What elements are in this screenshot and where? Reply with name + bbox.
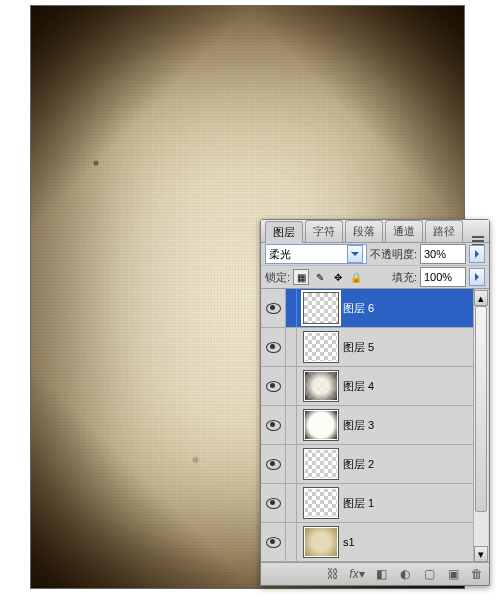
lock-transparency-icon[interactable]: ▦ <box>293 269 309 285</box>
layer-row[interactable]: 图层 4 <box>261 367 474 406</box>
layer-name[interactable]: 图层 2 <box>343 457 374 472</box>
eye-icon <box>266 420 281 431</box>
link-column[interactable] <box>286 328 297 366</box>
layer-style-icon[interactable]: fx▾ <box>349 566 365 582</box>
layer-thumbnail[interactable] <box>303 370 339 402</box>
visibility-toggle[interactable] <box>261 367 286 405</box>
layer-name[interactable]: 图层 6 <box>343 301 374 316</box>
new-group-icon[interactable]: ▢ <box>421 566 437 582</box>
tab-character[interactable]: 字符 <box>305 220 343 242</box>
eye-icon <box>266 537 281 548</box>
layer-thumbnail[interactable] <box>303 448 339 480</box>
layer-thumbnail[interactable] <box>303 292 339 324</box>
visibility-toggle[interactable] <box>261 406 286 444</box>
adjustment-layer-icon[interactable]: ◐ <box>397 566 413 582</box>
layers-panel: 图层 字符 段落 通道 路径 柔光 不透明度: 30% 锁定: ▦ ✎ ✥ 🔒 … <box>260 219 490 586</box>
visibility-toggle[interactable] <box>261 289 286 327</box>
scroll-track[interactable] <box>474 306 488 546</box>
opacity-value: 30% <box>424 248 446 260</box>
layer-row[interactable]: 图层 3 <box>261 406 474 445</box>
fill-value: 100% <box>424 271 452 283</box>
fill-label: 填充: <box>392 270 417 285</box>
panel-bottom-bar: ⛓ fx▾ ◧ ◐ ▢ ▣ 🗑 <box>261 562 489 585</box>
tab-paragraph[interactable]: 段落 <box>345 220 383 242</box>
lock-fill-row: 锁定: ▦ ✎ ✥ 🔒 填充: 100% <box>261 266 489 289</box>
lock-label: 锁定: <box>265 270 290 285</box>
layer-row[interactable]: s1 <box>261 523 474 562</box>
lock-all-icon[interactable]: 🔒 <box>349 270 363 284</box>
layer-row[interactable]: 图层 5 <box>261 328 474 367</box>
layer-thumbnail[interactable] <box>303 409 339 441</box>
layer-thumbnail[interactable] <box>303 331 339 363</box>
link-column[interactable] <box>286 445 297 483</box>
link-column[interactable] <box>286 367 297 405</box>
layer-name[interactable]: 图层 5 <box>343 340 374 355</box>
fill-flyout-icon[interactable] <box>469 268 485 286</box>
layer-thumbnail[interactable] <box>303 526 339 558</box>
link-layers-icon[interactable]: ⛓ <box>325 566 341 582</box>
link-column[interactable] <box>286 406 297 444</box>
eye-icon <box>266 342 281 353</box>
layer-row[interactable]: 图层 1 <box>261 484 474 523</box>
opacity-flyout-icon[interactable] <box>469 245 485 263</box>
link-column[interactable] <box>286 484 297 522</box>
scroll-up-icon[interactable]: ▴ <box>474 290 488 306</box>
tab-layers[interactable]: 图层 <box>265 221 303 243</box>
opacity-input[interactable]: 30% <box>420 244 466 264</box>
link-column[interactable] <box>286 289 297 327</box>
layer-list: 图层 6 图层 5 图层 4 图层 3 图层 2 <box>261 289 489 562</box>
chevron-down-icon <box>347 245 363 263</box>
scroll-down-icon[interactable]: ▾ <box>474 546 488 562</box>
visibility-toggle[interactable] <box>261 484 286 522</box>
layer-row[interactable]: 图层 2 <box>261 445 474 484</box>
fill-input[interactable]: 100% <box>420 267 466 287</box>
tab-channels[interactable]: 通道 <box>385 220 423 242</box>
eye-icon <box>266 303 281 314</box>
visibility-toggle[interactable] <box>261 328 286 366</box>
layer-name[interactable]: 图层 3 <box>343 418 374 433</box>
link-column[interactable] <box>286 523 297 561</box>
layer-name[interactable]: 图层 1 <box>343 496 374 511</box>
eye-icon <box>266 498 281 509</box>
panel-tab-row: 图层 字符 段落 通道 路径 <box>261 220 489 243</box>
lock-pixels-icon[interactable]: ✎ <box>313 270 327 284</box>
eye-icon <box>266 459 281 470</box>
layer-mask-icon[interactable]: ◧ <box>373 566 389 582</box>
blend-opacity-row: 柔光 不透明度: 30% <box>261 243 489 266</box>
visibility-toggle[interactable] <box>261 523 286 561</box>
visibility-toggle[interactable] <box>261 445 286 483</box>
opacity-label: 不透明度: <box>370 247 417 262</box>
blend-mode-dropdown[interactable]: 柔光 <box>265 244 367 264</box>
tab-paths[interactable]: 路径 <box>425 220 463 242</box>
layer-name[interactable]: s1 <box>343 536 355 548</box>
new-layer-icon[interactable]: ▣ <box>445 566 461 582</box>
scroll-thumb[interactable] <box>475 306 487 512</box>
delete-layer-icon[interactable]: 🗑 <box>469 566 485 582</box>
eye-icon <box>266 381 281 392</box>
layer-name[interactable]: 图层 4 <box>343 379 374 394</box>
layer-row[interactable]: 图层 6 <box>261 289 474 328</box>
layer-thumbnail[interactable] <box>303 487 339 519</box>
blend-mode-value: 柔光 <box>269 247 291 262</box>
lock-position-icon[interactable]: ✥ <box>331 270 345 284</box>
lock-icon-group: ▦ ✎ ✥ 🔒 <box>293 269 363 285</box>
panel-menu-icon[interactable] <box>467 240 489 242</box>
panel-scrollbar[interactable]: ▴ ▾ <box>473 290 488 562</box>
